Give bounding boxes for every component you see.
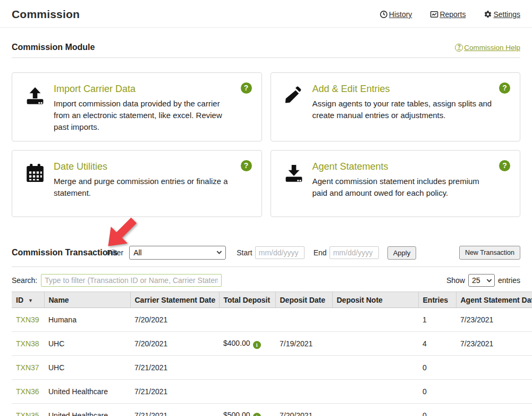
card-agent-statements[interactable]: Agent Statements Agent commission statem… <box>271 150 521 217</box>
table-row: TXN38 UHC 7/20/2021 $400.00i 7/19/2021 4… <box>12 332 532 356</box>
search-input[interactable] <box>41 274 222 287</box>
column-header-id[interactable]: ID▼ <box>12 292 44 308</box>
cell-agent-statement-date <box>456 380 532 404</box>
transaction-id-link[interactable]: TXN39 <box>12 308 44 332</box>
card-import-carrier-data[interactable]: Import Carrier Data Import commission da… <box>12 72 262 142</box>
column-header-carrier-statement-date[interactable]: Carrier Statement Date <box>130 292 219 308</box>
table-row: TXN36 United Healthcare 7/21/2021 0 <box>12 380 532 404</box>
end-date-group: End <box>314 246 379 259</box>
column-header-deposit-note[interactable]: Deposit Note <box>332 292 418 308</box>
start-date-input[interactable] <box>255 246 305 259</box>
transaction-id-link[interactable]: TXN37 <box>12 356 44 380</box>
column-header-deposit-date[interactable]: Deposit Date <box>275 292 332 308</box>
sort-desc-icon: ▼ <box>28 298 33 303</box>
cell-deposit-date <box>275 308 332 332</box>
cell-entries: 0 <box>418 404 456 416</box>
cell-deposit-date: 7/20/2021 <box>275 404 332 416</box>
card-add-edit-entries[interactable]: Add & Edit Entries Assign agents to your… <box>271 72 521 142</box>
card-title-import-carrier-data[interactable]: Import Carrier Data <box>54 84 234 95</box>
download-icon <box>284 162 304 184</box>
cell-deposit-note <box>332 332 418 356</box>
settings-label: Settings <box>493 10 520 19</box>
transaction-id-link[interactable]: TXN38 <box>12 332 44 356</box>
cell-carrier-statement-date: 7/21/2021 <box>130 404 219 416</box>
transactions-divider <box>12 267 520 267</box>
cell-total-deposit: $400.00i <box>219 332 275 356</box>
help-question-icon[interactable]: ? <box>241 160 252 171</box>
module-header: Commission Module ? Commission Help <box>12 43 520 52</box>
gear-icon <box>484 10 492 19</box>
table-row: TXN39 Humana 7/20/2021 1 7/23/2021 <box>12 308 532 332</box>
commission-help-link[interactable]: ? Commission Help <box>455 44 520 52</box>
question-circle-icon: ? <box>455 44 463 52</box>
cell-deposit-date <box>275 380 332 404</box>
column-header-entries[interactable]: Entries <box>418 292 456 308</box>
help-question-icon[interactable]: ? <box>499 82 510 94</box>
history-label: History <box>389 10 412 19</box>
filter-select[interactable]: All <box>129 246 226 260</box>
reports-link[interactable]: Reports <box>430 10 466 19</box>
cell-deposit-note <box>332 380 418 404</box>
cell-total-deposit <box>219 308 275 332</box>
cell-carrier-statement-date: 7/20/2021 <box>130 332 219 356</box>
cell-deposit-date <box>275 356 332 380</box>
cell-entries: 1 <box>418 308 456 332</box>
cell-name: UHC <box>44 356 130 380</box>
apply-button[interactable]: Apply <box>387 246 417 260</box>
card-desc-agent-statements: Agent commission statement includes prem… <box>313 176 493 199</box>
card-title-agent-statements[interactable]: Agent Statements <box>313 161 493 172</box>
transaction-id-link[interactable]: TXN35 <box>12 404 44 416</box>
cell-name: United Healthcare <box>44 404 130 416</box>
help-question-icon[interactable]: ? <box>241 82 252 94</box>
cell-carrier-statement-date: 7/20/2021 <box>130 308 219 332</box>
chart-icon <box>430 10 438 19</box>
module-cards: Import Carrier Data Import commission da… <box>12 72 520 217</box>
table-header-row: ID▼ Name Carrier Statement Date Total De… <box>12 292 532 308</box>
transactions-title: Commission Transactions <box>12 248 117 257</box>
card-title-add-edit-entries[interactable]: Add & Edit Entries <box>313 84 493 95</box>
pencil-icon <box>284 85 304 106</box>
transaction-id-link[interactable]: TXN36 <box>12 380 44 404</box>
table-row: TXN35 United Healthcare 7/21/2021 $500.0… <box>12 404 532 416</box>
page-title: Commission <box>12 8 80 21</box>
filter-label: Filter <box>107 248 123 257</box>
cell-agent-statement-date: 7/23/2021 <box>456 332 532 356</box>
page-size-select[interactable]: 25 <box>468 274 495 287</box>
reports-label: Reports <box>440 10 466 19</box>
column-header-name[interactable]: Name <box>44 292 130 308</box>
end-date-input[interactable] <box>330 246 379 259</box>
cell-agent-statement-date <box>456 404 532 416</box>
column-header-total-deposit[interactable]: Total Deposit <box>219 292 275 308</box>
search-label: Search: <box>12 276 37 285</box>
transactions-table-wrap: ID▼ Name Carrier Statement Date Total De… <box>12 292 532 416</box>
filter-select-wrap: Filter All <box>129 246 226 260</box>
cell-entries: 0 <box>418 356 456 380</box>
card-desc-import-carrier-data: Import commission data provided by the c… <box>54 98 234 132</box>
settings-link[interactable]: Settings <box>484 10 520 19</box>
cell-carrier-statement-date: 7/21/2021 <box>130 380 219 404</box>
history-link[interactable]: History <box>379 10 412 19</box>
info-icon[interactable]: i <box>253 341 261 349</box>
commission-help-label: Commission Help <box>464 44 520 52</box>
clock-icon <box>379 10 388 19</box>
info-icon[interactable]: i <box>253 413 261 416</box>
column-header-agent-statement-date[interactable]: Agent Statement Date <box>456 292 532 308</box>
new-transaction-button[interactable]: New Transaction <box>459 246 520 260</box>
cell-agent-statement-date: 7/23/2021 <box>456 308 532 332</box>
top-bar: Commission History Reports Settings <box>0 0 532 28</box>
module-divider <box>12 57 520 58</box>
page-size-group: Show 25 entries <box>446 274 520 287</box>
top-nav: History Reports Settings <box>379 10 520 19</box>
cell-entries: 0 <box>418 380 456 404</box>
cell-total-deposit <box>219 380 275 404</box>
card-title-date-utilities[interactable]: Date Utilities <box>54 161 234 172</box>
end-label: End <box>314 248 327 257</box>
entries-label: entries <box>498 276 520 285</box>
cell-name: Humana <box>44 308 130 332</box>
cell-entries: 4 <box>418 332 456 356</box>
cell-deposit-note <box>332 404 418 416</box>
cell-deposit-note <box>332 356 418 380</box>
help-question-icon[interactable]: ? <box>499 160 510 171</box>
card-date-utilities[interactable]: Date Utilities Merge and purge commissio… <box>12 150 262 217</box>
cell-agent-statement-date <box>456 356 532 380</box>
